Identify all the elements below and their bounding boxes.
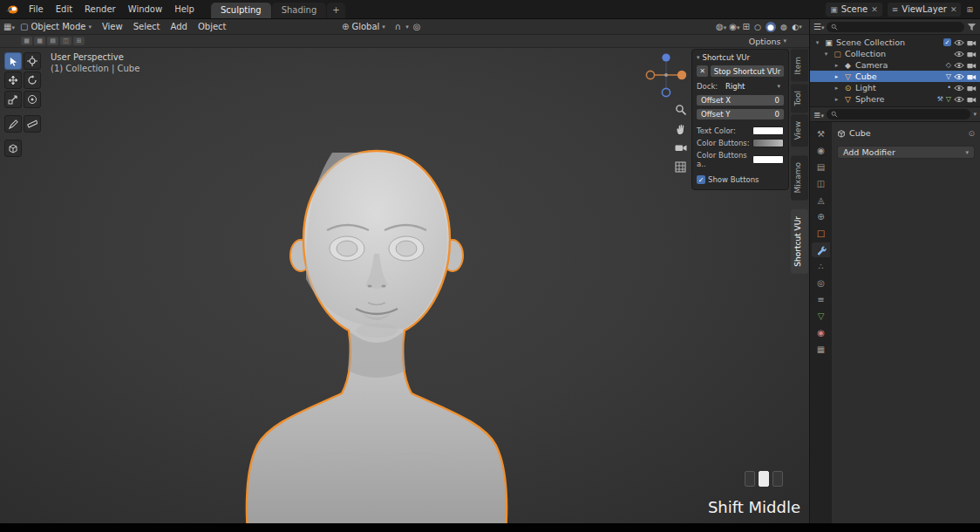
editor-type-icon[interactable]: ▦▾ (3, 22, 15, 31)
proportional-editing-icon[interactable]: ◎ (413, 22, 421, 31)
tab-render-properties[interactable]: ◉ (812, 143, 830, 158)
filter-icon[interactable] (967, 23, 977, 31)
tool-settings-icon[interactable]: ◫ (60, 37, 71, 45)
pin-icon[interactable]: ⊙ (968, 129, 975, 138)
tab-mixamo[interactable]: Mixamo (791, 155, 808, 200)
tool-measure[interactable] (24, 115, 41, 133)
tab-tool[interactable]: Tool (791, 84, 808, 113)
tab-output-properties[interactable]: ▤ (812, 160, 830, 174)
tool-add-cube[interactable] (4, 140, 22, 157)
mode-selector[interactable]: ▢ Object Mode ▾ (15, 22, 97, 31)
blender-logo[interactable] (5, 3, 19, 16)
tool-settings-icon[interactable]: ▦ (34, 37, 45, 45)
tab-object-properties[interactable]: □ (812, 226, 830, 241)
shading-wireframe-icon[interactable]: ○ (752, 22, 763, 32)
tool-settings-icon[interactable]: ▤ (47, 37, 58, 45)
collapse-icon[interactable]: ▾ (697, 54, 700, 61)
disclosure-icon[interactable]: ▸ (833, 96, 840, 103)
menu-file[interactable]: File (23, 0, 50, 18)
menu-object[interactable]: Object (193, 22, 232, 31)
disclosure-icon[interactable]: ▾ (822, 51, 830, 58)
transform-orientation-dropdown[interactable]: ⊕ Global ▾ (337, 22, 391, 31)
eye-icon[interactable] (954, 51, 964, 58)
snap-magnet-icon[interactable]: ∩ (395, 22, 401, 31)
tab-scene-properties[interactable]: ◬ (812, 193, 830, 208)
viewlayer-selector[interactable]: ≡ ViewLayer ✕ (888, 3, 962, 17)
new-viewlayer-icon[interactable]: ⊞ (966, 5, 973, 14)
eye-icon[interactable] (954, 85, 964, 92)
offset-y-slider[interactable]: Offset Y 0 (697, 109, 784, 119)
tab-data-properties[interactable]: ▽ (812, 309, 830, 324)
menu-edit[interactable]: Edit (50, 0, 78, 18)
camera-visibility-icon[interactable] (967, 51, 977, 58)
tab-world-properties[interactable]: ⊕ (812, 209, 830, 224)
disclosure-icon[interactable]: ▸ (833, 62, 840, 69)
orthographic-toggle-icon[interactable] (673, 160, 688, 174)
properties-search-input[interactable] (827, 109, 971, 119)
tool-annotate[interactable] (4, 115, 22, 133)
tool-scale[interactable] (4, 91, 22, 108)
tab-item[interactable]: Item (791, 50, 808, 82)
shading-rendered-icon[interactable]: ◐▾ (792, 22, 802, 32)
outliner-row-cube[interactable]: ▸ ▽ Cube ▽ (810, 71, 980, 82)
menu-add[interactable]: Add (166, 22, 193, 31)
tab-physics-properties[interactable]: ◎ (812, 276, 830, 290)
shading-solid-icon[interactable]: ● (766, 22, 776, 32)
outliner-editor-icon[interactable]: ☰▾ (813, 22, 824, 31)
zoom-icon[interactable] (673, 102, 688, 117)
add-workspace-button[interactable]: + (327, 3, 344, 18)
tab-particle-properties[interactable]: ∴ (812, 259, 830, 274)
collection-checkbox[interactable]: ✓ (943, 38, 951, 46)
overlays-toggle-icon[interactable]: ◉▾ (729, 22, 739, 31)
unlink-scene-icon[interactable]: ✕ (871, 5, 878, 14)
chevron-down-icon[interactable]: ▾ (973, 111, 977, 118)
panel-header[interactable]: ▾ Shortcut VUr (697, 53, 784, 62)
tab-viewlayer-properties[interactable]: ◫ (812, 176, 830, 191)
tab-tool-properties[interactable]: ⚒ (812, 126, 830, 141)
camera-visibility-icon[interactable] (967, 62, 977, 69)
tool-cursor[interactable] (24, 52, 41, 70)
eye-icon[interactable] (954, 96, 964, 103)
menu-render[interactable]: Render (78, 0, 122, 18)
close-icon[interactable]: ✕ (697, 65, 708, 77)
eye-icon[interactable] (954, 62, 964, 69)
outliner-row-sphere[interactable]: ▸ ▽ Sphere ⚒ ▽ (810, 93, 980, 105)
outliner-row-camera[interactable]: ▸ ◆ Camera ◇ (810, 59, 980, 71)
tool-rotate[interactable] (24, 72, 41, 89)
properties-editor-icon[interactable]: ≣▾ (813, 110, 824, 119)
options-dropdown[interactable]: Options ▾ (749, 37, 809, 46)
outliner-search-input[interactable] (827, 22, 964, 32)
tool-settings-icon[interactable]: ⊞ (73, 37, 85, 45)
tab-texture-properties[interactable]: ▦ (812, 342, 830, 357)
text-color-swatch[interactable] (752, 126, 784, 135)
menu-view[interactable]: View (97, 22, 128, 31)
color-buttons-swatch[interactable] (752, 139, 784, 147)
tab-shortcut-vur[interactable]: Shortcut VUr (791, 209, 808, 274)
outliner-row-collection[interactable]: ▾ ▢ Collection (810, 48, 980, 59)
sculpt-head-model[interactable] (202, 107, 551, 523)
outliner-row-scene-collection[interactable]: ▾ ▣ Scene Collection ✓ (810, 37, 980, 48)
tab-material-properties[interactable]: ◉ (812, 325, 830, 340)
navigation-gizmo[interactable] (642, 51, 691, 99)
color-buttons-a-swatch[interactable] (752, 155, 784, 164)
tool-settings-icon[interactable]: ▦ (21, 37, 32, 45)
disclosure-icon[interactable]: ▾ (813, 39, 821, 46)
disclosure-icon[interactable]: ▸ (833, 73, 840, 80)
camera-visibility-icon[interactable] (967, 73, 977, 80)
snap-dropdown-icon[interactable]: ▾ (405, 24, 409, 31)
tool-transform[interactable] (24, 91, 41, 108)
add-modifier-button[interactable]: Add Modifier ▾ (837, 146, 975, 159)
tab-shading[interactable]: Shading (272, 3, 327, 18)
gizmo-toggle-icon[interactable]: ◍▾ (716, 22, 726, 31)
remove-viewlayer-icon[interactable]: ✕ (950, 5, 957, 14)
xray-toggle-icon[interactable]: ⊞ (743, 22, 750, 31)
tab-sculpting[interactable]: Sculpting (211, 3, 271, 18)
menu-select[interactable]: Select (128, 22, 166, 31)
camera-visibility-icon[interactable] (967, 96, 977, 103)
tool-move[interactable] (4, 72, 22, 89)
scene-selector[interactable]: ▣ Scene ✕ (826, 3, 882, 17)
tab-view[interactable]: View (791, 114, 808, 147)
viewport-3d[interactable]: User Perspective (1) Collection | Cube (0, 48, 809, 523)
tab-modifier-properties[interactable] (812, 242, 830, 257)
eye-icon[interactable] (954, 73, 964, 80)
